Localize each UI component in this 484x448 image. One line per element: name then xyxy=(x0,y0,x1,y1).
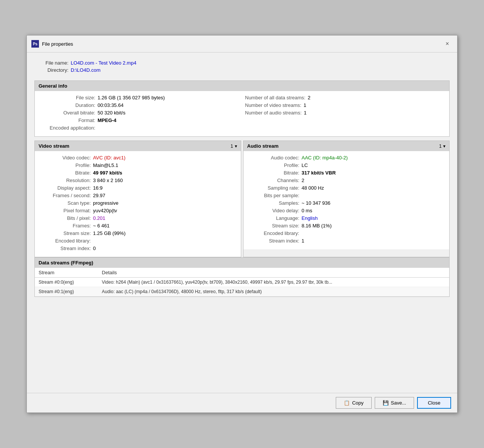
dialog-footer: 📋 Copy 💾 Save... Close xyxy=(27,393,457,412)
audio-profile-row: Profile: LC xyxy=(247,162,447,168)
language-value: English xyxy=(302,215,318,221)
total-streams-row: Number of all data streams: 2 xyxy=(245,95,442,100)
channels-value: 2 xyxy=(302,178,304,183)
general-info-left: File size: 1.26 GB (1 356 027 985 bytes)… xyxy=(39,95,242,133)
audio-profile-label: Profile: xyxy=(247,162,299,168)
directory-label: Directory: xyxy=(34,67,68,73)
video-bitrate-value: 49 997 kbit/s xyxy=(93,170,122,176)
video-stream-panel: Video stream 1 ▾ Video codec: AVC (ID: a… xyxy=(34,141,241,257)
general-info-right: Number of all data streams: 2 Number of … xyxy=(242,95,445,133)
file-info-section: File name: LO4D.com - Test Video 2.mp4 D… xyxy=(34,59,450,76)
video-encoded-lib-label: Encoded library: xyxy=(38,238,91,244)
data-streams-title: Data streams (FFmpeg) xyxy=(39,260,93,266)
data-streams-section: Data streams (FFmpeg) Stream Details Str… xyxy=(34,257,450,297)
bits-per-pixel-row: Bits / pixel: 0.201 xyxy=(38,215,238,221)
video-stream-body: Video codec: AVC (ID: avc1) Profile: Mai… xyxy=(35,151,241,257)
resolution-value: 3 840 x 2 160 xyxy=(93,178,123,183)
data-streams-header-row: Stream Details xyxy=(35,268,449,278)
samples-row: Samples: ~ 10 347 936 xyxy=(247,200,447,206)
audio-stream-index-label: Stream index: xyxy=(247,238,299,244)
video-stream-selector[interactable]: 1 ▾ xyxy=(231,144,237,149)
resolution-row: Resolution: 3 840 x 2 160 xyxy=(38,178,238,183)
file-properties-dialog: Ps File properties × File name: LO4D.com… xyxy=(26,35,458,413)
audio-stream-size-row: Stream size: 8.16 MB (1%) xyxy=(247,223,447,229)
audio-stream-body: Audio codec: AAC (ID: mp4a-40-2) Profile… xyxy=(244,151,450,249)
frames-row: Frames: ~ 6 461 xyxy=(38,223,238,229)
display-aspect-row: Display aspect: 16:9 xyxy=(38,185,238,191)
audio-bitrate-row: Bitrate: 317 kbit/s VBR xyxy=(247,170,447,176)
video-stream-size-row: Stream size: 1.25 GB (99%) xyxy=(38,230,238,236)
details-col-header: Details xyxy=(98,268,449,278)
details-cell: Video: h264 (Main) (avc1 / 0x31637661), … xyxy=(98,278,449,287)
filename-value: LO4D.com - Test Video 2.mp4 xyxy=(71,60,137,66)
overall-bitrate-label: Overall bitrate: xyxy=(42,110,95,116)
duration-row: Duration: 00:03:35.64 xyxy=(42,102,239,108)
audio-bitrate-value: 317 kbit/s VBR xyxy=(302,170,336,176)
video-streams-label: Number of video streams: xyxy=(245,102,301,108)
frames-value: ~ 6 461 xyxy=(93,223,110,229)
sampling-rate-label: Sampling rate: xyxy=(247,185,299,191)
close-footer-button[interactable]: Close xyxy=(417,397,451,409)
scan-type-value: progressive xyxy=(93,200,118,206)
audio-streams-value: 1 xyxy=(304,110,307,116)
sampling-rate-row: Sampling rate: 48 000 Hz xyxy=(247,185,447,191)
data-streams-header: Data streams (FFmpeg) xyxy=(35,258,449,268)
duration-label: Duration: xyxy=(42,102,95,108)
video-delay-label: Video delay: xyxy=(247,208,299,213)
format-label: Format: xyxy=(42,117,95,123)
encoded-app-label: Encoded application: xyxy=(42,125,95,131)
channels-label: Channels: xyxy=(247,178,299,183)
fps-row: Frames / second: 29.97 xyxy=(38,193,238,198)
directory-value: D:\LO4D.com xyxy=(71,67,101,73)
save-button[interactable]: 💾 Save... xyxy=(375,397,414,409)
samples-label: Samples: xyxy=(247,200,299,206)
audio-stream-header: Audio stream 1 ▾ xyxy=(244,141,450,151)
video-bitrate-label: Bitrate: xyxy=(38,170,91,176)
directory-row: Directory: D:\LO4D.com xyxy=(34,67,450,73)
audio-stream-selector[interactable]: 1 ▾ xyxy=(439,144,445,149)
video-stream-index-row: Stream index: 0 xyxy=(38,246,238,251)
audio-streams-row: Number of audio streams: 1 xyxy=(245,110,442,116)
data-stream-row: Stream #0:1(eng)Audio: aac (LC) (mp4a / … xyxy=(35,287,449,297)
bits-per-pixel-value: 0.201 xyxy=(93,215,105,221)
save-label: Save... xyxy=(391,400,406,406)
audio-stream-index-value: 1 xyxy=(302,238,304,244)
sampling-rate-value: 48 000 Hz xyxy=(302,185,324,191)
close-footer-label: Close xyxy=(428,400,440,406)
video-streams-row: Number of video streams: 1 xyxy=(245,102,442,108)
general-info-title: General info xyxy=(39,83,67,89)
copy-icon: 📋 xyxy=(344,400,350,406)
video-stream-header: Video stream 1 ▾ xyxy=(35,141,241,151)
video-profile-label: Profile: xyxy=(38,162,91,168)
close-title-bar-button[interactable]: × xyxy=(442,39,453,49)
dialog-title: File properties xyxy=(42,41,73,47)
audio-codec-value: AAC (ID: mp4a-40-2) xyxy=(302,155,348,161)
video-stream-index-label: Stream index: xyxy=(38,246,91,251)
audio-stream-size-value: 8.16 MB (1%) xyxy=(302,223,332,229)
video-stream-num: 1 xyxy=(231,144,233,149)
channels-row: Channels: 2 xyxy=(247,178,447,183)
filename-row: File name: LO4D.com - Test Video 2.mp4 xyxy=(34,60,450,66)
video-bitrate-row: Bitrate: 49 997 kbit/s xyxy=(38,170,238,176)
audio-profile-value: LC xyxy=(302,162,308,168)
display-aspect-value: 16:9 xyxy=(93,185,102,191)
bits-per-pixel-label: Bits / pixel: xyxy=(38,215,91,221)
display-aspect-label: Display aspect: xyxy=(38,185,91,191)
general-info-section: General info File size: 1.26 GB (1 356 0… xyxy=(34,80,450,137)
streams-container: Video stream 1 ▾ Video codec: AVC (ID: a… xyxy=(34,141,450,257)
duration-value: 00:03:35.64 xyxy=(98,102,124,108)
copy-button[interactable]: 📋 Copy xyxy=(336,397,371,409)
title-bar-left: Ps File properties xyxy=(31,40,73,48)
data-streams-table-head: Stream Details xyxy=(35,268,449,278)
data-stream-row: Stream #0:0(eng)Video: h264 (Main) (avc1… xyxy=(35,278,449,287)
format-row: Format: MPEG-4 xyxy=(42,117,239,123)
video-streams-value: 1 xyxy=(304,102,306,108)
stream-col-header: Stream xyxy=(35,268,98,278)
language-row: Language: English xyxy=(247,215,447,221)
dialog-body: File name: LO4D.com - Test Video 2.mp4 D… xyxy=(27,53,457,393)
details-cell: Audio: aac (LC) (mp4a / 0x6134706D), 480… xyxy=(98,287,449,297)
audio-stream-index-row: Stream index: 1 xyxy=(247,238,447,244)
total-streams-value: 2 xyxy=(308,95,310,100)
audio-stream-chevron-icon: ▾ xyxy=(443,144,445,149)
video-codec-value: AVC (ID: avc1) xyxy=(93,155,126,161)
